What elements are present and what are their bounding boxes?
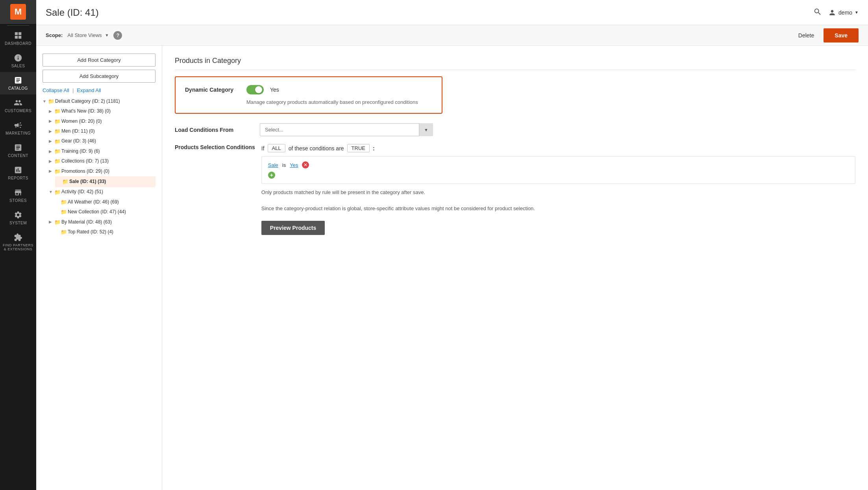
conditions-row: Products Selection Conditions If ALL of … <box>175 144 855 235</box>
tree-node[interactable]: 📁 All Weather (ID: 46) (69) <box>55 197 155 207</box>
tree-node[interactable]: ▶ 📁 What's New (ID: 38) (0) <box>49 106 155 116</box>
all-pill[interactable]: ALL <box>268 144 285 152</box>
tree-label: Default Category (ID: 2) (1181) <box>55 97 120 106</box>
folder-icon: 📁 <box>54 107 61 116</box>
dynamic-category-toggle[interactable] <box>246 85 264 94</box>
catalog-icon <box>14 76 22 85</box>
folder-icon: 📁 <box>54 218 61 227</box>
folder-icon: 📁 <box>61 207 67 216</box>
folder-icon: 📁 <box>54 167 61 176</box>
sidebar-item-label: MARKETING <box>6 131 31 135</box>
tree-node[interactable]: 📁 New Collection (ID: 47) (44) <box>55 207 155 217</box>
toggle-icon: ▼ <box>49 189 54 196</box>
folder-icon: 📁 <box>62 177 68 186</box>
toggle-icon: ▶ <box>49 158 54 165</box>
tree-label: Men (ID: 11) (0) <box>61 127 95 136</box>
tree-node[interactable]: ▼ 📁 Activity (ID: 42) (51) <box>49 187 155 197</box>
scope-select[interactable]: All Store Views ▼ <box>67 32 109 38</box>
sidebar-item-sales[interactable]: SALES <box>0 50 36 72</box>
sidebar-item-dashboard[interactable]: DASHBOARD <box>0 27 36 50</box>
toggle-icon: ▶ <box>49 168 54 175</box>
true-pill[interactable]: TRUE <box>347 144 370 152</box>
header-actions: demo ▼ <box>813 7 859 17</box>
folder-icon: 📁 <box>61 198 67 207</box>
condition-rule: Sale is Yes ✕ <box>268 161 849 168</box>
collapse-all-link[interactable]: Collapse All <box>43 87 69 93</box>
page-title: Sale (ID: 41) <box>46 7 99 18</box>
tree-label: Top Rated (ID: 52) (4) <box>68 228 113 237</box>
search-icon[interactable] <box>813 7 822 17</box>
sidebar-item-catalog[interactable]: CATALOG <box>0 72 36 94</box>
tree-node[interactable]: ▶ 📁 Training (ID: 9) (6) <box>49 146 155 156</box>
sidebar-item-label: FIND PARTNERS & EXTENSIONS <box>2 243 34 251</box>
folder-icon: 📁 <box>54 117 61 126</box>
folder-icon: 📁 <box>48 97 54 106</box>
tree-node[interactable]: ▶ 📁 Gear (ID: 3) (46) <box>49 137 155 146</box>
sidebar-divider-top <box>7 25 29 26</box>
tree-links-separator: | <box>72 87 74 93</box>
user-menu[interactable]: demo ▼ <box>828 9 859 17</box>
toggle-icon: ▶ <box>49 148 54 155</box>
toggle-thumb <box>255 86 262 93</box>
sidebar-item-system[interactable]: SYSTEM <box>0 207 36 229</box>
tree-label: By Material (ID: 48) (63) <box>61 218 112 227</box>
tree-node[interactable]: ▶ 📁 Promotions (ID: 29) (0) <box>49 166 155 176</box>
sidebar-item-extensions[interactable]: FIND PARTNERS & EXTENSIONS <box>0 229 36 255</box>
sidebar-item-reports[interactable]: REPORTS <box>0 162 36 184</box>
tree-label: Women (ID: 20) (0) <box>61 117 102 126</box>
folder-icon: 📁 <box>54 188 61 197</box>
sidebar-item-label: SALES <box>11 64 25 68</box>
expand-all-link[interactable]: Expand All <box>77 87 101 93</box>
sidebar-item-label: SYSTEM <box>9 221 27 225</box>
tree-label: Gear (ID: 3) (46) <box>61 137 96 146</box>
condition-rule-val[interactable]: Yes <box>290 162 298 168</box>
load-conditions-label: Load Conditions From <box>175 127 254 133</box>
tree-node[interactable]: ▶ 📁 By Material (ID: 48) (63) <box>49 217 155 227</box>
sidebar-logo: M <box>0 0 36 24</box>
load-conditions-select[interactable]: Select... <box>260 123 433 136</box>
content-icon <box>14 143 22 152</box>
tree-node[interactable]: ▶ 📁 Collections (ID: 7) (13) <box>49 156 155 166</box>
dynamic-category-label: Dynamic Category <box>185 87 240 93</box>
remove-condition-button[interactable]: ✕ <box>302 161 309 168</box>
add-subcategory-button[interactable]: Add Subcategory <box>43 70 155 83</box>
toggle-icon: ▶ <box>49 128 54 135</box>
of-these-conditions-text: of these conditions are <box>289 145 344 152</box>
tree-label: New Collection (ID: 47) (44) <box>68 208 126 216</box>
top-header: Sale (ID: 41) demo ▼ <box>36 0 868 25</box>
sales-icon <box>14 54 22 62</box>
tree-node[interactable]: ▶ 📁 Men (ID: 11) (0) <box>49 126 155 136</box>
tree-node-selected[interactable]: 📁 Sale (ID: 41) (33) <box>55 176 155 187</box>
conditions-note2: Since the category-product relation is g… <box>261 205 855 213</box>
conditions-if-row: If ALL of these conditions are TRUE : <box>261 144 855 152</box>
sidebar-item-marketing[interactable]: MARKETING <box>0 117 36 139</box>
extensions-icon <box>14 233 22 242</box>
save-button[interactable]: Save <box>824 28 859 43</box>
tree-node[interactable]: ▶ 📁 Women (ID: 20) (0) <box>49 116 155 126</box>
sidebar-item-label: DASHBOARD <box>5 41 31 46</box>
scope-bar: Scope: All Store Views ▼ ? Delete Save <box>36 25 868 46</box>
sidebar-item-content[interactable]: CONTENT <box>0 139 36 162</box>
tree-node[interactable]: 📁 Top Rated (ID: 52) (4) <box>55 227 155 237</box>
sidebar-item-label: STORES <box>9 198 27 203</box>
help-icon[interactable]: ? <box>113 31 122 40</box>
dashboard-icon <box>14 31 22 40</box>
category-tree: ▼ 📁 Default Category (ID: 2) (1181) ▶ 📁 … <box>43 96 155 237</box>
sidebar-item-customers[interactable]: CUSTOMERS <box>0 94 36 117</box>
condition-rule-item[interactable]: Sale <box>268 162 278 168</box>
user-dropdown-icon: ▼ <box>855 10 859 15</box>
folder-icon: 📁 <box>54 157 61 166</box>
folder-icon: 📁 <box>54 137 61 146</box>
delete-button[interactable]: Delete <box>794 30 819 41</box>
condition-rule-op: is <box>282 162 286 168</box>
tree-node[interactable]: ▼ 📁 Default Category (ID: 2) (1181) <box>43 96 155 106</box>
dynamic-category-box: Dynamic Category Yes Manage category pro… <box>175 76 442 114</box>
main-wrap: Sale (ID: 41) demo ▼ Scope: All Store Vi… <box>36 0 868 490</box>
add-root-category-button[interactable]: Add Root Category <box>43 54 155 67</box>
preview-products-button[interactable]: Preview Products <box>261 221 325 235</box>
add-condition-button[interactable]: + <box>268 172 275 179</box>
tree-label: What's New (ID: 38) (0) <box>61 107 111 116</box>
sidebar-item-stores[interactable]: STORES <box>0 184 36 207</box>
tree-label: Activity (ID: 42) (51) <box>61 188 103 196</box>
tree-label: Promotions (ID: 29) (0) <box>61 167 109 176</box>
